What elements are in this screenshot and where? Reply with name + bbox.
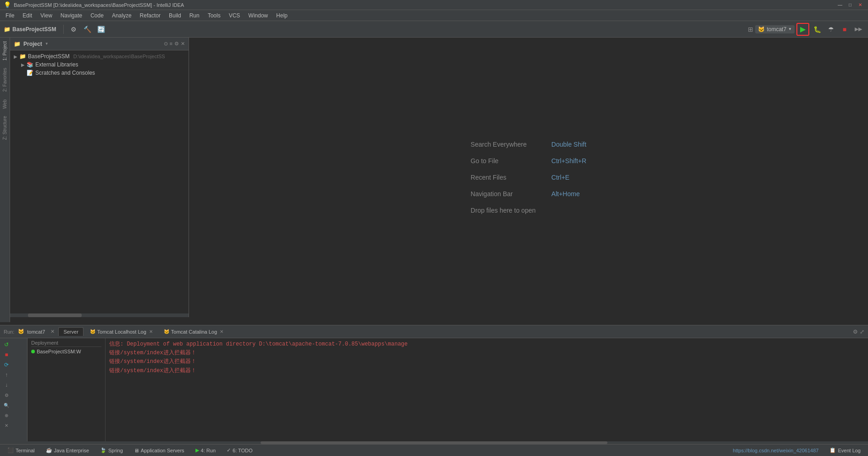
project-settings-icon[interactable]: ⚙ [174,41,179,47]
hint-shortcut-search: Double Shift [551,141,586,148]
appservers-label: Application Servers [141,448,184,453]
spring-label: Spring [108,448,123,453]
bottom-tab-localhost-log[interactable]: 🐱 Tomcat Localhost Log ✕ [85,328,157,336]
bl-up-icon[interactable]: ↑ [2,370,11,379]
console-line-1: 信息: Deployment of web application direct… [109,340,864,349]
menu-item-view[interactable]: View [37,11,56,20]
toolbar-build-btn[interactable]: 🔨 [81,23,93,35]
run-button[interactable]: ▶ [796,23,809,36]
project-hide-icon[interactable]: ✕ [181,41,185,47]
menu-item-analyze[interactable]: Analyze [108,11,135,20]
panel-settings-icon[interactable]: ⚙ [853,329,858,335]
catalina-tab-close[interactable]: ✕ [220,329,223,334]
bottom-tab-localhost-label: Tomcat Localhost Log [97,329,146,335]
project-collapse-icon[interactable]: ≡ [170,41,172,47]
run-config-selector[interactable]: 🐱 tomcat7 ▼ [755,25,795,33]
sidebar-item-project[interactable]: 1: Project [1,38,8,64]
menu-item-run[interactable]: Run [186,11,203,20]
run-tab-icon: ▶ [195,447,199,453]
menu-item-file[interactable]: File [2,11,18,20]
bottom-bar-tab-spring[interactable]: 🍃 Spring [96,446,127,454]
todo-icon: ✓ [227,447,231,453]
hint-row-drop: Drop files here to open [471,207,586,214]
toolbar-extra-btn[interactable]: ▶▶ [852,23,864,35]
bottom-bar-tab-eventlog[interactable]: 📋 Event Log [826,446,864,454]
sidebar-item-structure[interactable]: Z: Structure [1,112,8,143]
bottom-bar-tab-terminal[interactable]: ⬛ Terminal [4,446,39,454]
menu-item-help[interactable]: Help [273,11,291,20]
hint-row-goto: Go to File Ctrl+Shift+R [471,157,586,165]
bl-tool1-icon[interactable]: ⚙ [2,390,11,400]
toolbar-project-label: 📁 BaseProjectSSM [4,26,56,33]
bottom-bar-tab-run[interactable]: ▶ 4: Run [192,446,219,454]
project-header: 📁 Project ▼ ⊙ ≡ ⚙ ✕ [10,38,189,50]
bl-tool2-icon[interactable]: 🔍 [2,401,11,410]
terminal-label: Terminal [16,448,35,453]
bottom-bar-tab-todo[interactable]: ✓ 6: TODO [223,446,256,454]
menu-item-refactor[interactable]: Refactor [136,11,164,20]
deploy-item-name: BaseProjectSSM:W [37,349,81,354]
tomcat-log-icon: 🐱 [90,329,95,334]
terminal-icon: ⬛ [7,447,14,453]
bl-stop-icon[interactable]: ■ [2,350,11,359]
minimize-button[interactable]: — [836,1,844,9]
debug-button[interactable]: 🐛 [811,23,823,35]
bottom-tab-server[interactable]: Server [58,327,83,336]
project-scrollbar[interactable] [10,313,189,317]
sidebar-item-favorites[interactable]: 2: Favorites [1,64,8,95]
project-scrollbar-thumb[interactable] [28,313,82,317]
menu-item-window[interactable]: Window [245,11,272,20]
project-header-icons: ⊙ ≡ ⚙ ✕ [164,41,185,47]
bl-tool3-icon[interactable]: ⊕ [2,411,11,420]
bl-down-icon[interactable]: ↓ [2,380,11,390]
toolbar-sync-btn[interactable]: 🔄 [95,23,107,35]
panel-expand-icon[interactable]: ⤢ [860,329,864,335]
close-button[interactable]: ✕ [856,1,864,9]
hint-shortcut-goto: Ctrl+Shift+R [551,157,586,165]
tree-label-scratches: Scratches and Consoles [35,70,95,76]
tree-path-root: D:\idea\idea_workspaces\BaseProjectSS [73,54,165,59]
menu-item-tools[interactable]: Tools [204,11,224,20]
bottom-bar-url[interactable]: https://blog.csdn.net/weixin_42061487 [733,448,818,453]
localhost-tab-close[interactable]: ✕ [149,329,153,334]
run-close-icon[interactable]: ✕ [50,329,55,335]
project-locate-icon[interactable]: ⊙ [164,41,168,47]
menu-item-edit[interactable]: Edit [19,11,36,20]
deploy-item-base: BaseProjectSSM:W [31,349,101,354]
menu-item-navigate[interactable]: Navigate [57,11,86,20]
run-tomcat-icon: 🐱 [18,329,24,335]
tree-item-root[interactable]: ▶ 📁 BaseProjectSSM D:\idea\idea_workspac… [10,52,189,60]
bottom-bar-tab-appservers[interactable]: 🖥 Application Servers [130,447,188,454]
left-vertical-tabs: 1: Project 2: Favorites Web Z: Structure [0,38,10,322]
hint-shortcut-recent: Ctrl+E [551,174,569,181]
bottom-tab-catalina-log[interactable]: 🐱 Tomcat Catalina Log ✕ [159,328,228,336]
project-name: BaseProjectSSM [12,26,56,33]
bottom-tab-icons: ⚙ ⤢ [853,329,864,335]
coverage-button[interactable]: ☂ [825,23,837,35]
menu-item-vcs[interactable]: VCS [225,11,244,20]
spring-icon: 🍃 [100,447,106,453]
java-icon: ☕ [46,447,52,453]
bl-restart-icon[interactable]: ↺ [2,340,11,349]
title-bar-controls: — □ ✕ [836,1,864,9]
tree-item-libraries[interactable]: ▶ 📚 External Libraries [10,60,189,69]
stop-button[interactable]: ■ [839,23,851,35]
title-bar-text: BaseProjectSSM [D:\idea\idea_workspaces\… [14,2,184,8]
hint-label-recent: Recent Files [471,174,544,181]
project-folder-icon: 📁 [14,41,21,47]
tree-item-scratches[interactable]: ▶ 📝 Scratches and Consoles [10,69,189,77]
bottom-bar-tab-java[interactable]: ☕ Java Enterprise [42,446,93,454]
maximize-button[interactable]: □ [846,1,854,9]
bl-redeploy-icon[interactable]: ⟳ [2,360,11,369]
eventlog-label: Event Log [838,448,861,453]
editor-hints: Search Everywhere Double Shift Go to Fil… [471,141,586,214]
bl-tool4-icon[interactable]: ✕ [2,421,11,430]
menu-item-build[interactable]: Build [165,11,185,20]
tree-icon-scratches: 📝 [27,70,33,76]
tree-icon-root: 📁 [19,53,26,60]
toolbar-settings-btn[interactable]: ⚙ [67,23,79,35]
project-icon: 📁 [4,26,11,33]
tree-label-root: BaseProjectSSM [28,53,70,60]
sidebar-item-web[interactable]: Web [1,96,8,112]
menu-item-code[interactable]: Code [87,11,107,20]
